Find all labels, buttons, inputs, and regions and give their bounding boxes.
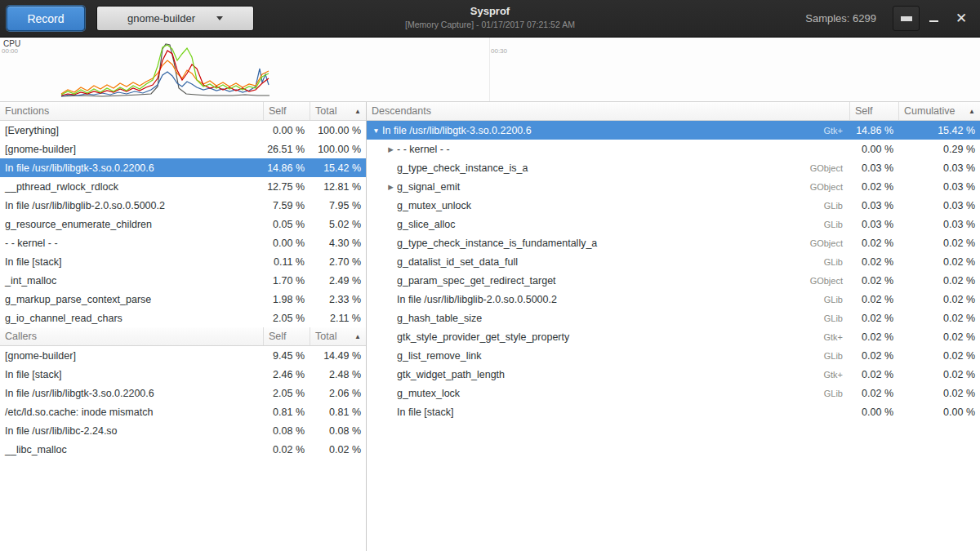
- cell-function-name: g_type_check_instance_is_a: [397, 162, 810, 174]
- tree-name-cell: g_datalist_id_set_data_fullGLib: [367, 256, 849, 268]
- cell-self-percent: 0.03 %: [849, 219, 898, 230]
- cell-self-percent: 0.02 %: [849, 313, 898, 324]
- tree-row[interactable]: g_datalist_id_set_data_fullGLib0.02 %0.0…: [367, 252, 980, 271]
- app-selector-value: gnome-builder: [127, 12, 195, 24]
- cell-cumulative-percent: 0.02 %: [898, 313, 980, 324]
- chevron-down-icon: [216, 16, 223, 20]
- table-row[interactable]: g_resource_enumerate_children0.05 %5.02 …: [0, 215, 366, 233]
- cell-total-percent: 15.42 %: [310, 162, 366, 174]
- column-header-self[interactable]: Self: [263, 102, 310, 120]
- table-row[interactable]: __libc_malloc0.02 %0.02 %: [0, 440, 366, 459]
- menu-button[interactable]: [893, 6, 920, 31]
- cell-cumulative-percent: 0.29 %: [898, 144, 980, 155]
- table-row[interactable]: g_markup_parse_context_parse1.98 %2.33 %: [0, 290, 366, 309]
- table-row[interactable]: In file /usr/lib/libc-2.24.so0.08 %0.08 …: [0, 421, 366, 440]
- column-header-cumulative[interactable]: Cumulative ▲: [898, 102, 980, 120]
- cell-function-name: In file [stack]: [397, 407, 843, 418]
- table-row[interactable]: In file /usr/lib/libglib-2.0.so.0.5000.2…: [0, 196, 366, 215]
- record-button[interactable]: Record: [7, 6, 85, 31]
- cell-library-tag: GLib: [824, 389, 849, 398]
- table-row[interactable]: - - kernel - -0.00 %4.30 %: [0, 233, 366, 252]
- cell-function-name: g_markup_parse_context_parse: [0, 294, 263, 305]
- tree-row[interactable]: g_type_check_instance_is_fundamentally_a…: [367, 233, 980, 252]
- column-header-total[interactable]: Total ▲: [310, 327, 366, 345]
- table-row[interactable]: [gnome-builder]26.51 %100.00 %: [0, 140, 366, 158]
- tree-row[interactable]: g_type_check_instance_is_aGObject0.03 %0…: [367, 158, 980, 177]
- cell-self-percent: 0.02 %: [849, 331, 898, 343]
- cell-self-percent: 0.00 %: [849, 407, 898, 418]
- tree-row[interactable]: g_slice_allocGLib0.03 %0.03 %: [367, 215, 980, 233]
- close-button[interactable]: ✕: [947, 5, 975, 33]
- cell-cumulative-percent: 0.02 %: [898, 238, 980, 249]
- expander-icon[interactable]: ▶: [385, 183, 397, 191]
- cell-library-tag: GLib: [824, 201, 849, 211]
- table-row[interactable]: In file [stack]2.46 %2.48 %: [0, 365, 366, 384]
- descendants-panel: Descendants Self Cumulative ▲ ▼In file /…: [367, 102, 980, 551]
- column-header-descendants[interactable]: Descendants: [367, 102, 849, 120]
- cell-function-name: In file [stack]: [0, 369, 263, 380]
- cell-self-percent: 0.02 %: [849, 275, 898, 287]
- cell-self-percent: 0.05 %: [263, 219, 310, 230]
- tree-row[interactable]: ▼In file /usr/lib/libgtk-3.so.0.2200.6Gt…: [367, 121, 980, 140]
- minimize-button[interactable]: [920, 5, 947, 33]
- table-row[interactable]: /etc/ld.so.cache: inode mismatch0.81 %0.…: [0, 402, 366, 421]
- table-row[interactable]: _int_malloc1.70 %2.49 %: [0, 271, 366, 290]
- cell-self-percent: 0.02 %: [849, 369, 898, 380]
- expander-icon[interactable]: ▶: [385, 145, 397, 153]
- cell-library-tag: GObject: [810, 163, 849, 173]
- cell-cumulative-percent: 0.02 %: [898, 256, 980, 268]
- tree-row[interactable]: g_param_spec_get_redirect_targetGObject0…: [367, 271, 980, 290]
- table-row[interactable]: [gnome-builder]9.45 %14.49 %: [0, 346, 366, 365]
- tree-row[interactable]: In file [stack]0.00 %0.00 %: [367, 402, 980, 421]
- cell-self-percent: 0.00 %: [263, 125, 310, 136]
- tree-row[interactable]: In file /usr/lib/libglib-2.0.so.0.5000.2…: [367, 290, 980, 309]
- cell-function-name: [Everything]: [0, 125, 263, 136]
- tree-row[interactable]: g_hash_table_sizeGLib0.02 %0.02 %: [367, 309, 980, 327]
- callers-table-header: Callers Self Total ▲: [0, 327, 366, 346]
- column-header-self[interactable]: Self: [263, 327, 310, 345]
- sort-indicator-icon: ▲: [965, 108, 975, 115]
- tree-row[interactable]: g_list_remove_linkGLib0.02 %0.02 %: [367, 346, 980, 365]
- column-header-self[interactable]: Self: [849, 102, 898, 120]
- cell-self-percent: 0.02 %: [849, 388, 898, 399]
- column-header-total[interactable]: Total ▲: [310, 102, 366, 120]
- tree-row[interactable]: g_mutex_unlockGLib0.03 %0.03 %: [367, 196, 980, 215]
- tree-row[interactable]: g_mutex_lockGLib0.02 %0.02 %: [367, 384, 980, 402]
- cell-self-percent: 12.75 %: [263, 181, 310, 193]
- cell-self-percent: 14.86 %: [263, 162, 310, 174]
- cell-self-percent: 0.00 %: [849, 144, 898, 155]
- cell-total-percent: 2.48 %: [310, 369, 366, 380]
- tree-row[interactable]: ▶g_signal_emitGObject0.02 %0.03 %: [367, 177, 980, 196]
- table-row[interactable]: In file /usr/lib/libgtk-3.so.0.2200.62.0…: [0, 384, 366, 402]
- table-row[interactable]: __pthread_rwlock_rdlock12.75 %12.81 %: [0, 177, 366, 196]
- descendants-table-header: Descendants Self Cumulative ▲: [367, 102, 980, 121]
- cell-cumulative-percent: 0.03 %: [898, 200, 980, 211]
- table-row[interactable]: g_io_channel_read_chars2.05 %2.11 %: [0, 309, 366, 327]
- tree-name-cell: ▶- - kernel - -: [367, 144, 849, 155]
- expander-icon[interactable]: ▼: [370, 127, 382, 135]
- app-selector-dropdown[interactable]: gnome-builder: [96, 6, 254, 31]
- tree-name-cell: g_mutex_unlockGLib: [367, 200, 849, 211]
- cell-cumulative-percent: 0.03 %: [898, 181, 980, 193]
- table-row[interactable]: In file [stack]0.11 %2.70 %: [0, 252, 366, 271]
- cell-cumulative-percent: 0.02 %: [898, 294, 980, 305]
- tree-row[interactable]: ▶- - kernel - -0.00 %0.29 %: [367, 140, 980, 158]
- cell-function-name: In file /usr/lib/libglib-2.0.so.0.5000.2: [0, 200, 263, 211]
- cell-self-percent: 0.02 %: [849, 294, 898, 305]
- table-row[interactable]: [Everything]0.00 %100.00 %: [0, 121, 366, 140]
- cpu-graph-area[interactable]: CPU 00:00 00:30: [0, 38, 980, 102]
- cell-total-percent: 7.95 %: [310, 200, 366, 211]
- tree-row[interactable]: gtk_style_provider_get_style_propertyGtk…: [367, 327, 980, 346]
- cpu-line-darkgray: [61, 44, 270, 96]
- column-header-functions[interactable]: Functions: [0, 102, 263, 120]
- tree-row[interactable]: gtk_widget_path_lengthGtk+0.02 %0.02 %: [367, 365, 980, 384]
- cell-function-name: g_hash_table_size: [397, 313, 824, 324]
- cell-self-percent: 0.81 %: [263, 407, 310, 418]
- cell-function-name: [gnome-builder]: [0, 144, 263, 155]
- minimize-icon: [929, 15, 938, 22]
- column-header-callers[interactable]: Callers: [0, 327, 263, 345]
- cell-cumulative-percent: 0.02 %: [898, 369, 980, 380]
- cell-library-tag: GObject: [810, 238, 849, 248]
- table-row[interactable]: In file /usr/lib/libgtk-3.so.0.2200.614.…: [0, 158, 366, 177]
- cell-total-percent: 12.81 %: [310, 181, 366, 193]
